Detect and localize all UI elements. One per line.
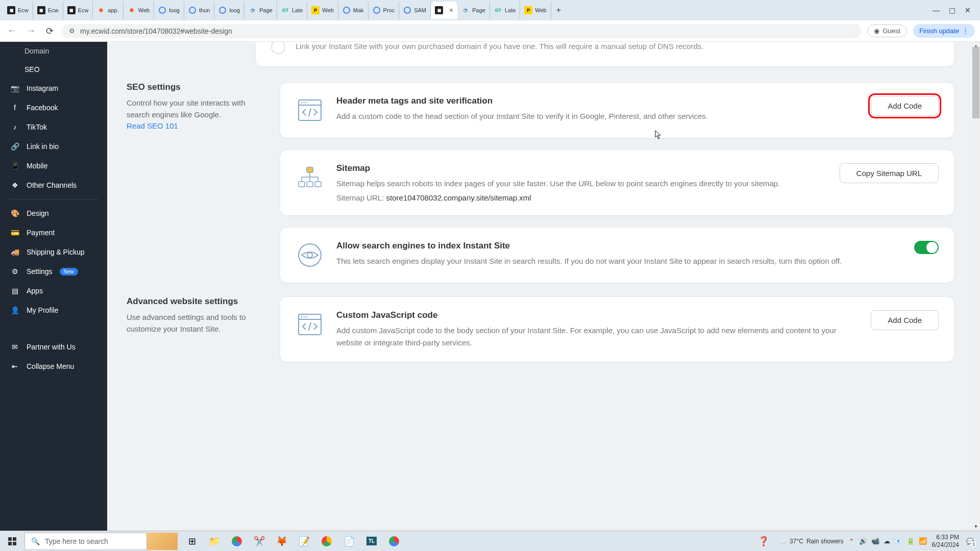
- sidebar-item-my-profile[interactable]: 👤My Profile: [0, 300, 107, 320]
- sidebar-item-other-channels[interactable]: ❖Other Channels: [0, 176, 107, 195]
- link-icon: 🔗: [10, 142, 19, 151]
- browser-tab[interactable]: SAM: [399, 2, 431, 19]
- clock[interactable]: 6:33 PM 6/24/2024: [932, 534, 959, 548]
- mail-icon[interactable]: 📧: [894, 537, 902, 545]
- reload-button[interactable]: ⟳: [44, 23, 56, 39]
- sidebar-item-tiktok[interactable]: ♪TikTok: [0, 117, 107, 137]
- custom-js-title: Custom JavaScript code: [336, 310, 853, 320]
- guest-icon: ◉: [874, 27, 879, 35]
- custom-js-card: Custom JavaScript code Add custom JavaSc…: [280, 296, 954, 362]
- svg-point-21: [304, 316, 305, 318]
- scrollbar-thumb[interactable]: [972, 47, 979, 118]
- browser-tab[interactable]: PWeb: [307, 2, 338, 19]
- browser-tab[interactable]: Mak: [338, 2, 369, 19]
- close-window-button[interactable]: ✕: [965, 6, 971, 14]
- sidebar-item-settings[interactable]: ⚙SettingsNew: [0, 262, 107, 281]
- notes-icon[interactable]: 📝: [294, 531, 314, 552]
- kebab-icon: ⋮: [962, 27, 969, 35]
- tl-app-icon[interactable]: TL: [361, 531, 382, 552]
- url-input[interactable]: ⚙ my.ecwid.com/store/104708032#website-d…: [62, 24, 861, 38]
- chrome-icon[interactable]: [227, 531, 247, 552]
- browser-tab[interactable]: ◼×: [431, 2, 457, 19]
- site-settings-icon[interactable]: ⚙: [69, 27, 75, 35]
- copy-sitemap-button[interactable]: Copy Sitemap URL: [840, 163, 939, 183]
- browser-tab[interactable]: ◼Ecw: [33, 2, 63, 19]
- help-icon[interactable]: ❓: [753, 531, 774, 552]
- sidebar-item-facebook[interactable]: fFacebook: [0, 98, 107, 117]
- svg-point-4: [374, 7, 380, 13]
- browser-tab[interactable]: ⬢Web: [124, 2, 154, 19]
- onedrive-icon[interactable]: ☁: [884, 537, 890, 545]
- sidebar-item-seo[interactable]: SEO: [0, 60, 107, 79]
- profile-button[interactable]: ◉ Guest: [867, 24, 907, 37]
- add-code-button[interactable]: Add Code: [871, 96, 939, 116]
- notepad-icon[interactable]: 📄: [339, 531, 359, 552]
- volume-icon[interactable]: 🔊: [859, 537, 867, 545]
- minimize-button[interactable]: —: [933, 6, 940, 14]
- back-button[interactable]: ←: [5, 23, 18, 38]
- partner-icon: ✉: [10, 342, 19, 352]
- sidebar-item-design[interactable]: 🎨Design: [0, 204, 107, 223]
- taskbar-search[interactable]: 🔍 Type here to search: [24, 533, 147, 550]
- scrollbar[interactable]: ▲ ▼: [972, 42, 980, 531]
- start-button[interactable]: [0, 531, 24, 552]
- custom-js-text: Add custom JavaScript code to the body s…: [336, 324, 853, 348]
- seo-101-link[interactable]: Read SEO 101: [127, 121, 178, 130]
- svg-point-17: [307, 253, 312, 258]
- index-toggle[interactable]: [914, 241, 939, 254]
- browser-tab[interactable]: ◼Ecw: [3, 2, 33, 19]
- browser-tab[interactable]: ⬢app.: [93, 2, 123, 19]
- sidebar-item-payment[interactable]: 💳Payment: [0, 223, 107, 242]
- browser-tab[interactable]: loog: [154, 2, 184, 19]
- svg-point-22: [306, 316, 308, 318]
- url-text: my.ecwid.com/store/104708032#website-des…: [80, 27, 232, 35]
- browser-tab[interactable]: GTLate: [277, 2, 307, 19]
- add-js-code-button[interactable]: Add Code: [871, 310, 939, 330]
- browser-tab[interactable]: ◼Ecw: [63, 2, 93, 19]
- browser-tab[interactable]: ◔Page: [457, 2, 490, 19]
- sidebar-item-domain[interactable]: Domain: [0, 42, 107, 60]
- browser-tab[interactable]: thun: [184, 2, 214, 19]
- browser-tab[interactable]: GTLate: [490, 2, 520, 19]
- svg-point-5: [404, 7, 410, 13]
- windows-taskbar: 🔍 Type here to search ⊞ 📁 ✂️ 🦊 📝 📄 TL ❓ …: [0, 531, 980, 551]
- snip-tool-icon[interactable]: ✂️: [249, 531, 270, 552]
- new-tab-button[interactable]: +: [551, 6, 566, 15]
- sidebar-item-shipping-pickup[interactable]: 🚚Shipping & Pickup: [0, 242, 107, 262]
- notifications-button[interactable]: 💬 3: [964, 536, 976, 547]
- task-view-button[interactable]: ⊞: [182, 531, 202, 552]
- header-meta-text: Add a custom code to the head section of…: [336, 110, 853, 122]
- svg-point-0: [159, 7, 165, 13]
- sidebar-item-link-in-bio[interactable]: 🔗Link in bio: [0, 137, 107, 156]
- svg-rect-25: [13, 537, 16, 541]
- index-title: Allow search engines to index Instant Si…: [336, 241, 897, 251]
- firefox-icon[interactable]: 🦊: [272, 531, 292, 552]
- svg-rect-14: [307, 182, 313, 187]
- browser-tab[interactable]: Proc: [369, 2, 400, 19]
- sidebar-item-mobile[interactable]: 📱Mobile: [0, 156, 107, 176]
- file-explorer-icon[interactable]: 📁: [204, 531, 225, 552]
- close-tab-icon[interactable]: ×: [449, 6, 453, 14]
- maximize-button[interactable]: ▢: [949, 6, 955, 14]
- channels-icon: ❖: [10, 181, 19, 190]
- weather-icon: ☁️: [779, 538, 787, 545]
- chrome-active-icon[interactable]: [384, 531, 404, 552]
- wifi-icon[interactable]: 📶: [919, 537, 927, 545]
- browser-tab[interactable]: loog: [214, 2, 244, 19]
- browser-tab[interactable]: ◔Page: [244, 2, 277, 19]
- finish-update-button[interactable]: Finish update ⋮: [913, 24, 975, 38]
- battery-icon[interactable]: 🔋: [906, 537, 915, 545]
- meet-now-icon[interactable]: 📹: [871, 537, 879, 545]
- sidebar-item-partner-with-us[interactable]: ✉Partner with Us: [0, 337, 107, 357]
- forward-button[interactable]: →: [24, 23, 38, 38]
- scroll-down-arrow[interactable]: ▼: [972, 522, 980, 531]
- sidebar-item-collapse-menu[interactable]: ⇤Collapse Menu: [0, 357, 107, 376]
- advanced-section: Advanced website settings Use advanced s…: [107, 296, 980, 375]
- browser-tab[interactable]: PWeb: [520, 2, 551, 19]
- weather-widget[interactable]: ☁️ 37°C Rain showers: [779, 538, 844, 545]
- svg-rect-24: [8, 537, 12, 541]
- sidebar-item-apps[interactable]: ▤Apps: [0, 281, 107, 300]
- chrome-canary-icon[interactable]: [316, 531, 337, 552]
- tray-expand-icon[interactable]: ⌃: [849, 538, 854, 545]
- sidebar-item-instagram[interactable]: 📷Instagram: [0, 79, 107, 98]
